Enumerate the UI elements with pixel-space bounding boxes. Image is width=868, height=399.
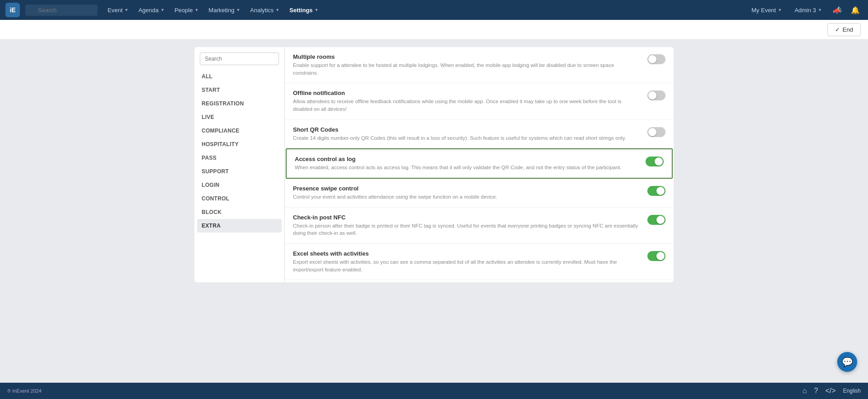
toggle-thumb: [648, 128, 656, 136]
setting-row: Short QR CodesCreate 14 digits number-on…: [285, 120, 674, 149]
sidebar-item-support[interactable]: SUPPORT: [194, 165, 284, 178]
toggle-thumb: [656, 187, 665, 195]
setting-row: Check-in post NFCCheck-in person after t…: [285, 208, 674, 244]
setting-row: Excel sheets with activitiesExport excel…: [285, 244, 674, 280]
settings-list: Multiple roomsEnable support for a atten…: [285, 47, 674, 282]
home-icon[interactable]: ⌂: [802, 387, 807, 395]
sidebar-item-control[interactable]: CONTROL: [194, 192, 284, 205]
app-logo[interactable]: iE: [5, 3, 20, 17]
sidebar-item-all[interactable]: ALL: [194, 70, 284, 83]
top-navigation: iE 🔍 Event ▼ Agenda ▼ People ▼ Marketing…: [0, 0, 868, 20]
main-content-area: ALL START REGISTRATION LIVE COMPLIANCE H…: [0, 40, 868, 383]
setting-title: Offline notification: [293, 90, 640, 96]
setting-row: Presence swipe controlControl your event…: [285, 179, 674, 208]
footer: ® InEvent 2024 ⌂ ? </> English: [0, 383, 868, 399]
sidebar-item-login[interactable]: LOGIN: [194, 178, 284, 192]
sidebar-search-input[interactable]: [200, 52, 279, 65]
setting-title: Check-in post NFC: [293, 214, 640, 221]
toggle-switch[interactable]: [647, 90, 665, 100]
toggle-switch[interactable]: [647, 251, 665, 261]
copyright-text: ® InEvent 2024: [7, 388, 42, 394]
my-event-button[interactable]: My Event ▼: [747, 5, 786, 16]
toggle-thumb: [656, 252, 665, 260]
nav-item-event[interactable]: Event ▼: [103, 4, 133, 16]
setting-description: When enabled, access control acts as acc…: [295, 164, 638, 171]
nav-right-section: My Event ▼ Admin 3 ▼ 📣 🔔: [747, 3, 863, 17]
end-bar: ✓ End: [0, 20, 868, 40]
nav-item-people[interactable]: People ▼: [170, 4, 203, 16]
toggle-switch[interactable]: [646, 157, 664, 166]
setting-description: Check-in person after their badge is pri…: [293, 222, 640, 237]
setting-description: Allow attendees to receive offline feedb…: [293, 98, 640, 113]
sidebar-item-hospitality[interactable]: HOSPITALITY: [194, 138, 284, 151]
setting-row: Two-tab scheduleEnable My Schedule and G…: [285, 280, 674, 282]
setting-title: Short QR Codes: [293, 126, 640, 133]
sidebar-item-extra[interactable]: EXTRA: [197, 219, 282, 233]
sidebar-item-registration[interactable]: REGISTRATION: [194, 97, 284, 110]
megaphone-icon[interactable]: 📣: [830, 3, 844, 17]
toggle-thumb: [655, 157, 663, 166]
toggle-switch[interactable]: [647, 186, 665, 196]
end-button[interactable]: ✓ End: [827, 23, 861, 36]
chevron-down-icon: ▼: [194, 8, 198, 12]
toggle-thumb: [648, 55, 656, 63]
chevron-down-icon: ▼: [315, 8, 319, 12]
sidebar-item-compliance[interactable]: COMPLIANCE: [194, 124, 284, 138]
chevron-down-icon: ▼: [124, 8, 128, 12]
settings-sidebar: ALL START REGISTRATION LIVE COMPLIANCE H…: [194, 47, 285, 282]
setting-description: Create 14 digits number-only QR Codes (t…: [293, 134, 640, 142]
nav-search-input[interactable]: [25, 5, 98, 16]
code-icon[interactable]: </>: [826, 387, 836, 395]
toggle-thumb: [656, 216, 665, 224]
checkmark-icon: ✓: [835, 26, 840, 33]
setting-title: Presence swipe control: [293, 185, 640, 192]
sidebar-item-block[interactable]: BLOCK: [194, 205, 284, 219]
sidebar-item-start[interactable]: START: [194, 83, 284, 97]
chevron-down-icon: ▼: [818, 8, 822, 12]
chevron-down-icon: ▼: [160, 8, 165, 12]
toggle-thumb: [648, 91, 656, 100]
sidebar-item-live[interactable]: LIVE: [194, 110, 284, 124]
chevron-down-icon: ▼: [236, 8, 240, 12]
sidebar-item-pass[interactable]: PASS: [194, 151, 284, 165]
toggle-switch[interactable]: [647, 54, 665, 64]
toggle-switch[interactable]: [647, 127, 665, 137]
setting-title: Access control as log: [295, 156, 638, 162]
chat-button[interactable]: 💬: [837, 352, 857, 372]
setting-description: Control your event and activities attend…: [293, 193, 640, 201]
bell-icon[interactable]: 🔔: [848, 3, 863, 17]
setting-title: Excel sheets with activities: [293, 250, 640, 257]
language-selector[interactable]: English: [843, 388, 861, 394]
toggle-switch[interactable]: [647, 215, 665, 225]
sidebar-search-wrapper: [194, 52, 284, 70]
nav-menu: Event ▼ Agenda ▼ People ▼ Marketing ▼ An…: [103, 4, 745, 16]
setting-description: Export excel sheets with activities, so …: [293, 258, 640, 273]
setting-row: Multiple roomsEnable support for a atten…: [285, 47, 674, 83]
settings-panel: ALL START REGISTRATION LIVE COMPLIANCE H…: [194, 47, 674, 282]
help-icon[interactable]: ?: [814, 387, 818, 395]
nav-item-settings[interactable]: Settings ▼: [285, 4, 323, 16]
footer-right: ⌂ ? </> English: [802, 387, 861, 395]
nav-item-analytics[interactable]: Analytics ▼: [245, 4, 284, 16]
setting-description: Enable support for a attendee to be host…: [293, 62, 640, 76]
setting-row: Access control as logWhen enabled, acces…: [286, 148, 673, 179]
setting-row: Offline notificationAllow attendees to r…: [285, 83, 674, 119]
nav-search-wrapper: 🔍: [25, 5, 98, 16]
nav-item-marketing[interactable]: Marketing ▼: [204, 4, 245, 16]
admin-button[interactable]: Admin 3 ▼: [790, 5, 826, 16]
setting-title: Multiple rooms: [293, 53, 640, 60]
nav-item-agenda[interactable]: Agenda ▼: [134, 4, 169, 16]
chevron-down-icon: ▼: [275, 8, 279, 12]
chevron-down-icon: ▼: [778, 8, 782, 12]
